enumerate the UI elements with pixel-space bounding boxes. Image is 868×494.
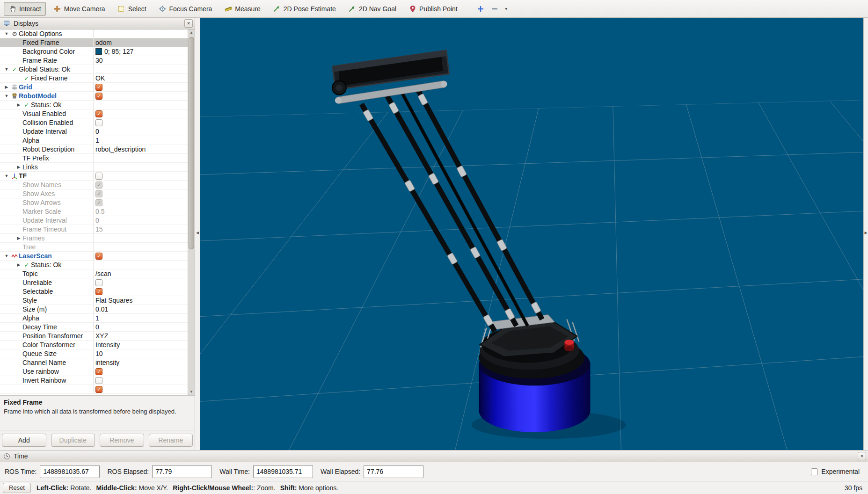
tree-row-update-interval[interactable]: Update Interval0 <box>0 127 188 136</box>
time-field-value[interactable]: 77.76 <box>364 465 423 478</box>
property-value[interactable]: 15 <box>95 225 103 233</box>
tool-interact[interactable]: Interact <box>4 2 46 16</box>
property-value[interactable]: 0 <box>95 216 99 225</box>
expander-closed-icon[interactable]: ▶ <box>15 261 22 269</box>
property-value[interactable]: intensity <box>95 358 119 367</box>
property-value-cell[interactable] <box>94 154 188 162</box>
property-value[interactable]: odom <box>95 38 112 47</box>
tree-row-position-transformer[interactable]: Position TransformerXYZ <box>0 332 188 341</box>
property-value-cell[interactable]: XYZ <box>94 332 188 340</box>
property-value-cell[interactable]: ✓ <box>94 385 188 393</box>
collapse-right-icon[interactable]: ▶ <box>864 231 868 235</box>
expander-open-icon[interactable]: ▼ <box>3 92 10 100</box>
time-panel-header[interactable]: Time × <box>0 450 868 462</box>
duplicate-button[interactable]: Duplicate <box>51 434 95 447</box>
checkbox-unchecked[interactable] <box>95 377 102 384</box>
tree-row-background-color[interactable]: Background Color0; 85; 127 <box>0 47 188 56</box>
property-value-cell[interactable]: 0 <box>94 216 188 225</box>
tree-row-tree[interactable]: Tree <box>0 243 188 252</box>
tree-row-global-options[interactable]: ▼⚙Global Options <box>0 29 188 38</box>
checkbox-unchecked[interactable] <box>95 173 102 180</box>
scroll-down-icon[interactable]: ▼ <box>188 389 195 395</box>
expander-open-icon[interactable]: ▼ <box>3 65 10 73</box>
tree-row-show-axes[interactable]: Show Axes✓ <box>0 189 188 198</box>
property-value[interactable]: robot_description <box>95 145 146 153</box>
property-value[interactable]: Flat Squares <box>95 296 132 305</box>
property-value[interactable]: XYZ <box>95 332 108 340</box>
tree-row-alpha[interactable]: Alpha1 <box>0 136 188 145</box>
tree-row-robot-description[interactable]: Robot Descriptionrobot_description <box>0 145 188 154</box>
time-field-value[interactable]: 1488981035.71 <box>253 465 313 478</box>
property-value[interactable]: 30 <box>95 56 103 65</box>
tree-row-status-ok[interactable]: ▶✓Status: Ok <box>0 261 188 269</box>
tree-row-queue-size[interactable]: Queue Size10 <box>0 349 188 358</box>
checkbox-checked[interactable]: ✓ <box>95 110 102 117</box>
property-value[interactable]: 10 <box>95 349 103 358</box>
tree-row-global-status-ok[interactable]: ▼✓Global Status: Ok <box>0 65 188 74</box>
tree-row-style[interactable]: StyleFlat Squares <box>0 296 188 305</box>
time-field-value[interactable]: 77.79 <box>152 465 212 478</box>
checkbox-unchecked[interactable] <box>95 119 102 126</box>
property-value-cell[interactable]: ✓ <box>94 83 188 91</box>
checkbox-checked[interactable]: ✓ <box>95 93 102 100</box>
tree-row-unreliable[interactable]: Unreliable <box>0 278 188 287</box>
property-value-cell[interactable]: ✓ <box>94 198 188 207</box>
tree-row-topic[interactable]: Topic/scan <box>0 269 188 278</box>
tree-row-show-arrows[interactable]: Show Arrows✓ <box>0 198 188 207</box>
tree-row-color-transformer[interactable]: Color TransformerIntensity <box>0 341 188 349</box>
tree-row-fixed-frame[interactable]: ✓Fixed FrameOK <box>0 74 188 83</box>
property-value[interactable]: 0 <box>95 127 99 136</box>
property-value-cell[interactable]: 0; 85; 127 <box>94 47 188 56</box>
property-value-cell[interactable]: ✓ <box>94 287 188 296</box>
panel-splitter-left[interactable]: ◀ <box>195 18 200 450</box>
property-value-cell[interactable]: 1 <box>94 314 188 322</box>
property-value[interactable]: 0 <box>95 323 99 331</box>
3d-viewport[interactable] <box>200 18 863 450</box>
property-value-cell[interactable]: ✓ <box>94 367 188 376</box>
render-panel[interactable] <box>200 18 863 450</box>
property-value[interactable]: 1 <box>95 136 99 145</box>
tree-row-robotmodel[interactable]: ▼RobotModel✓ <box>0 92 188 101</box>
tree-row-tf-prefix[interactable]: TF Prefix <box>0 154 188 163</box>
expander-closed-icon[interactable]: ▶ <box>15 101 22 109</box>
reset-button[interactable]: Reset <box>3 483 31 493</box>
tree-row[interactable]: ✓ <box>0 385 188 394</box>
property-value[interactable]: 1 <box>95 314 99 322</box>
tool-measure[interactable]: Measure <box>219 2 265 16</box>
rename-button[interactable]: Rename <box>149 434 193 447</box>
add-button[interactable]: Add <box>2 434 46 447</box>
tree-row-frame-timeout[interactable]: Frame Timeout15 <box>0 225 188 234</box>
property-value[interactable]: /scan <box>95 269 111 278</box>
tree-row-show-names[interactable]: Show Names✓ <box>0 181 188 189</box>
property-value[interactable]: Intensity <box>95 341 120 349</box>
collapse-left-icon[interactable]: ◀ <box>195 231 200 235</box>
tool-select[interactable]: Select <box>113 2 151 16</box>
tree-row-status-ok[interactable]: ▶✓Status: Ok <box>0 101 188 109</box>
checkbox-checked[interactable]: ✓ <box>95 84 102 91</box>
time-close-button[interactable]: × <box>858 452 866 460</box>
property-value-cell[interactable] <box>94 118 188 127</box>
experimental-checkbox[interactable] <box>811 468 818 475</box>
expander-open-icon[interactable]: ▼ <box>3 252 10 260</box>
checkbox-checked[interactable]: ✓ <box>95 386 102 393</box>
property-value-cell[interactable]: 0 <box>94 127 188 136</box>
property-value-cell[interactable]: intensity <box>94 358 188 367</box>
tree-row-frames[interactable]: ▶Frames <box>0 234 188 243</box>
tree-row-visual-enabled[interactable]: Visual Enabled✓ <box>0 109 188 118</box>
tool-options-dropdown[interactable]: ▾ <box>503 3 510 15</box>
property-value-cell[interactable]: ✓ <box>94 92 188 100</box>
time-field-value[interactable]: 1488981035.67 <box>40 465 100 478</box>
property-value-cell[interactable]: 15 <box>94 225 188 233</box>
checkbox-checked[interactable]: ✓ <box>95 253 102 260</box>
panel-splitter-right[interactable]: ▶ <box>863 18 868 450</box>
property-value-cell[interactable]: /scan <box>94 269 188 278</box>
tree-row-alpha[interactable]: Alpha1 <box>0 314 188 323</box>
tree-row-laserscan[interactable]: ▼LaserScan✓ <box>0 252 188 261</box>
expander-closed-icon[interactable]: ▶ <box>15 163 22 171</box>
expander-open-icon[interactable]: ▼ <box>3 29 10 38</box>
experimental-toggle[interactable]: Experimental <box>811 468 860 475</box>
tree-row-invert-rainbow[interactable]: Invert Rainbow <box>0 376 188 385</box>
checkbox-unchecked[interactable] <box>95 279 102 286</box>
tree-row-grid[interactable]: ▶Grid✓ <box>0 83 188 92</box>
property-value-cell[interactable]: 0.01 <box>94 305 188 313</box>
